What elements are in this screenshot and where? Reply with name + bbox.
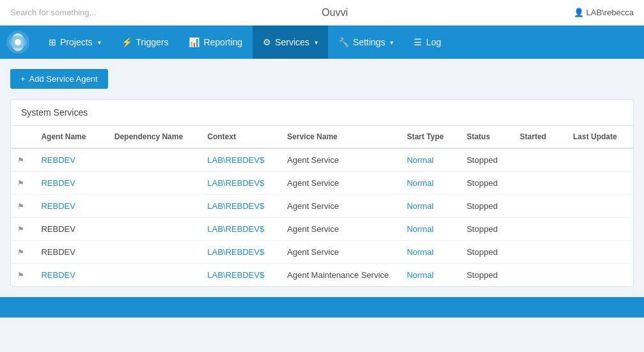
- row-agent[interactable]: REBDEV: [35, 195, 107, 218]
- agent-name: REBDEV: [41, 247, 75, 257]
- th-start-type: Start Type: [400, 126, 460, 148]
- row-start-type: Normal: [400, 148, 460, 172]
- row-ctx[interactable]: LAB\REBDEV$: [201, 172, 281, 195]
- row-ctx[interactable]: LAB\REBDEV$: [201, 241, 281, 264]
- table-row: ⚑ REBDEV LAB\REBDEV$ Agent Service Norma…: [11, 172, 633, 195]
- row-dep: [108, 148, 201, 172]
- table-row: ⚑ REBDEV LAB\REBDEV$ Agent Maintenance S…: [11, 264, 633, 287]
- row-start-type: Normal: [400, 241, 460, 264]
- context-link[interactable]: LAB\REBDEV$: [207, 201, 264, 211]
- th-status: Status: [460, 126, 514, 148]
- row-ctx[interactable]: LAB\REBDEV$: [201, 195, 281, 218]
- row-status: Stopped: [460, 218, 514, 241]
- th-context: Context: [201, 126, 281, 148]
- services-icon: ⚙: [263, 37, 271, 47]
- table-header: Agent Name Dependency Name Context Servi…: [11, 126, 633, 148]
- row-started: [514, 241, 567, 264]
- app-logo[interactable]: [5, 29, 31, 55]
- row-last-update: [567, 195, 633, 218]
- row-start-type: Normal: [400, 218, 460, 241]
- row-dep: [108, 172, 201, 195]
- row-agent[interactable]: REBDEV: [35, 264, 107, 287]
- flag-icon: ⚑: [17, 156, 24, 165]
- row-svc: Agent Service: [281, 148, 400, 172]
- row-flag: ⚑: [11, 148, 35, 172]
- card-title: System Services: [11, 100, 633, 126]
- services-card: System Services Agent Name Dependency Na…: [10, 99, 634, 287]
- row-dep: [108, 218, 201, 241]
- header-row: Agent Name Dependency Name Context Servi…: [11, 126, 633, 148]
- nav-item-settings[interactable]: 🔧 Settings ▾: [328, 26, 404, 59]
- agent-link[interactable]: REBDEV: [41, 270, 75, 280]
- row-flag: ⚑: [11, 195, 35, 218]
- context-link[interactable]: LAB\REBDEV$: [207, 155, 264, 165]
- row-svc: Agent Service: [281, 218, 400, 241]
- nav-item-services[interactable]: ⚙ Services ▾: [253, 26, 328, 59]
- chevron-down-icon-settings: ▾: [390, 39, 393, 46]
- row-ctx[interactable]: LAB\REBDEV$: [201, 264, 281, 287]
- th-flag: [11, 126, 35, 148]
- agent-link[interactable]: REBDEV: [41, 155, 75, 165]
- triggers-icon: ⚡: [122, 37, 132, 47]
- row-ctx[interactable]: LAB\REBDEV$: [201, 218, 281, 241]
- row-agent[interactable]: REBDEV: [35, 172, 107, 195]
- flag-icon: ⚑: [17, 179, 24, 188]
- row-flag: ⚑: [11, 264, 35, 287]
- row-dep: [108, 264, 201, 287]
- user-info: 👤 LAB\rebecca: [574, 8, 634, 17]
- row-svc: Agent Maintenance Service: [281, 264, 400, 287]
- services-table: Agent Name Dependency Name Context Servi…: [11, 126, 633, 286]
- row-last-update: [567, 172, 633, 195]
- chevron-down-icon: ▾: [98, 39, 101, 46]
- row-last-update: [567, 241, 633, 264]
- content-area: + Add Service Agent System Services Agen…: [0, 59, 644, 297]
- row-agent: REBDEV: [35, 241, 107, 264]
- row-started: [514, 195, 567, 218]
- svg-point-3: [15, 39, 21, 45]
- table-body: ⚑ REBDEV LAB\REBDEV$ Agent Service Norma…: [11, 148, 633, 286]
- nav-items: ⊞ Projects ▾ ⚡ Triggers 📊 Reporting ⚙ Se…: [38, 26, 452, 59]
- user-name: LAB\rebecca: [586, 8, 634, 17]
- settings-icon: 🔧: [338, 37, 349, 47]
- row-agent[interactable]: REBDEV: [35, 148, 107, 172]
- add-service-agent-button[interactable]: + Add Service Agent: [10, 69, 108, 89]
- nav-bar: ⊞ Projects ▾ ⚡ Triggers 📊 Reporting ⚙ Se…: [0, 26, 644, 59]
- row-started: [514, 172, 567, 195]
- context-link[interactable]: LAB\REBDEV$: [207, 247, 264, 257]
- row-start-type: Normal: [400, 172, 460, 195]
- nav-label-settings: Settings: [353, 37, 386, 47]
- nav-item-triggers[interactable]: ⚡ Triggers: [111, 26, 179, 59]
- context-link[interactable]: LAB\REBDEV$: [207, 178, 264, 188]
- row-last-update: [567, 148, 633, 172]
- agent-link[interactable]: REBDEV: [41, 178, 75, 188]
- row-svc: Agent Service: [281, 172, 400, 195]
- th-last-update: Last Update: [567, 126, 633, 148]
- row-ctx[interactable]: LAB\REBDEV$: [201, 148, 281, 172]
- row-status: Stopped: [460, 148, 514, 172]
- agent-name: REBDEV: [41, 224, 75, 234]
- row-svc: Agent Service: [281, 241, 400, 264]
- nav-label-projects: Projects: [60, 37, 93, 47]
- row-status: Stopped: [460, 172, 514, 195]
- th-agent-name: Agent Name: [35, 126, 107, 148]
- row-dep: [108, 195, 201, 218]
- context-link[interactable]: LAB\REBDEV$: [207, 224, 264, 234]
- reporting-icon: 📊: [189, 37, 200, 47]
- context-link[interactable]: LAB\REBDEV$: [207, 270, 264, 280]
- top-bar: Search for something... Ouvvi 👤 LAB\rebe…: [0, 0, 644, 26]
- nav-item-projects[interactable]: ⊞ Projects ▾: [38, 26, 111, 59]
- row-last-update: [567, 218, 633, 241]
- row-start-type: Normal: [400, 264, 460, 287]
- table-row: ⚑ REBDEV LAB\REBDEV$ Agent Service Norma…: [11, 148, 633, 172]
- user-icon: 👤: [574, 8, 584, 17]
- agent-link[interactable]: REBDEV: [41, 201, 75, 211]
- projects-icon: ⊞: [49, 37, 56, 47]
- row-flag: ⚑: [11, 241, 35, 264]
- nav-item-reporting[interactable]: 📊 Reporting: [178, 26, 253, 59]
- chevron-down-icon-services: ▾: [315, 39, 318, 46]
- row-status: Stopped: [460, 241, 514, 264]
- row-status: Stopped: [460, 195, 514, 218]
- row-started: [514, 218, 567, 241]
- nav-item-log[interactable]: ☰ Log: [404, 26, 451, 59]
- row-agent: REBDEV: [35, 218, 107, 241]
